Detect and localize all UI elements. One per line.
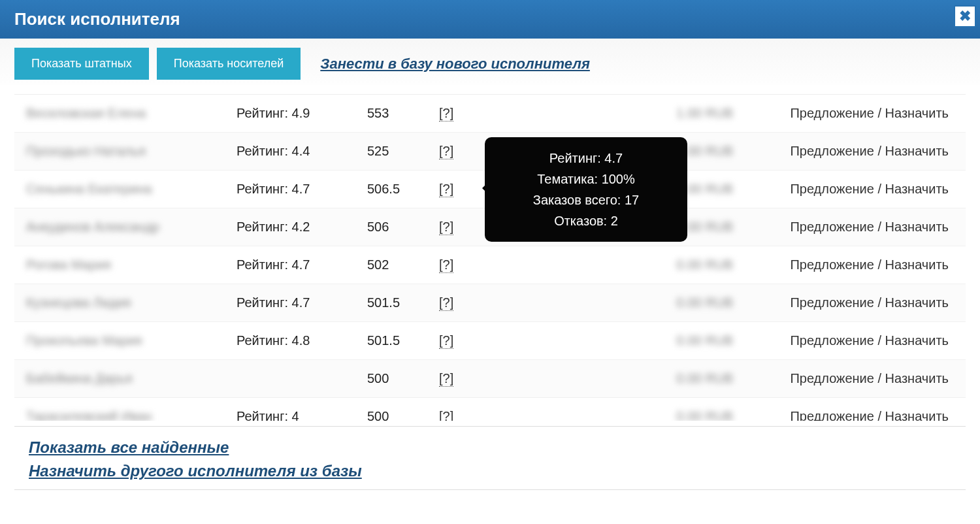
performer-rating: Рейтинг: 4.2 xyxy=(237,220,367,235)
action-separator: / xyxy=(874,295,885,310)
action-separator: / xyxy=(874,182,885,196)
tooltip-topic-value: 100% xyxy=(602,172,635,186)
show-staff-button[interactable]: Показать штатных xyxy=(14,48,149,80)
help-cell: [?] xyxy=(439,371,629,386)
tooltip-line-topic: Тематика: 100% xyxy=(502,169,670,189)
performer-price: 1.00 RUB xyxy=(629,106,753,121)
actions-cell: Предложение / Назначить xyxy=(753,295,966,310)
tooltip-line-refusals: Отказов: 2 xyxy=(502,210,670,231)
tooltip-line-orders: Заказов всего: 17 xyxy=(502,189,670,210)
close-button[interactable]: ✖ xyxy=(954,5,976,27)
tooltip-refusals-value: 2 xyxy=(611,214,618,228)
performer-score: 501.5 xyxy=(367,333,439,348)
performer-score: 501.5 xyxy=(367,295,439,310)
help-cell: [?] xyxy=(439,333,629,348)
offer-link[interactable]: Предложение xyxy=(790,333,874,348)
performer-name[interactable]: Прокопьева Мария xyxy=(14,333,237,348)
help-icon[interactable]: [?] xyxy=(439,333,453,349)
actions-cell: Предложение / Назначить xyxy=(753,144,966,159)
assign-link[interactable]: Назначить xyxy=(885,144,949,158)
help-icon[interactable]: [?] xyxy=(439,182,453,197)
assign-link[interactable]: Назначить xyxy=(885,182,949,196)
performer-price: 0.00 RUB xyxy=(629,371,753,386)
table-row: Прокопьева МарияРейтинг: 4.8501.5[?]0.00… xyxy=(14,322,966,360)
tooltip-rating-label: Рейтинг: xyxy=(549,151,605,165)
action-separator: / xyxy=(874,106,885,120)
performer-rating: Рейтинг: 4.8 xyxy=(237,333,367,348)
show-native-button[interactable]: Показать носителей xyxy=(157,48,301,80)
action-separator: / xyxy=(874,257,885,272)
toolbar: Показать штатных Показать носителей Зане… xyxy=(0,39,980,85)
performer-name[interactable]: Кузнецова Лидия xyxy=(14,295,237,310)
performer-score: 553 xyxy=(367,106,439,121)
offer-link[interactable]: Предложение xyxy=(790,371,874,385)
help-icon[interactable]: [?] xyxy=(439,144,453,159)
actions-cell: Предложение / Назначить xyxy=(753,409,966,421)
modal-header: Поиск исполнителя ✖ xyxy=(0,0,980,39)
tooltip-orders-label: Заказов всего: xyxy=(533,193,625,207)
close-icon: ✖ xyxy=(959,8,971,25)
performer-name[interactable]: Сенькина Екатерина xyxy=(14,182,237,197)
help-icon[interactable]: [?] xyxy=(439,409,453,421)
help-cell: [?] xyxy=(439,257,629,272)
table-row: Рогова МарияРейтинг: 4.7502[?]0.00 RUBПр… xyxy=(14,246,966,284)
performer-name[interactable]: Веселовская Елена xyxy=(14,106,237,121)
show-all-found-link[interactable]: Показать все найденные xyxy=(29,436,951,459)
assign-link[interactable]: Назначить xyxy=(885,295,949,310)
performer-score: 500 xyxy=(367,409,439,421)
performer-score: 506 xyxy=(367,220,439,235)
footer-links: Показать все найденные Назначить другого… xyxy=(14,426,966,483)
actions-cell: Предложение / Назначить xyxy=(753,220,966,235)
table-row: Веселовская ЕленаРейтинг: 4.9553[?]1.00 … xyxy=(14,95,966,133)
offer-link[interactable]: Предложение xyxy=(790,144,874,158)
performer-price: 0.00 RUB xyxy=(629,257,753,272)
assign-link[interactable]: Назначить xyxy=(885,333,949,348)
tooltip-topic-label: Тематика: xyxy=(537,172,601,186)
assign-link[interactable]: Назначить xyxy=(885,257,949,272)
add-new-performer-link[interactable]: Занести в базу нового исполнителя xyxy=(320,56,590,73)
assign-link[interactable]: Назначить xyxy=(885,106,949,120)
footer-divider xyxy=(14,489,966,490)
offer-link[interactable]: Предложение xyxy=(790,409,874,421)
performer-score: 506.5 xyxy=(367,182,439,197)
offer-link[interactable]: Предложение xyxy=(790,106,874,120)
performer-name[interactable]: Анкудинов Александр xyxy=(14,220,237,235)
help-icon[interactable]: [?] xyxy=(439,295,453,311)
offer-link[interactable]: Предложение xyxy=(790,257,874,272)
help-icon[interactable]: [?] xyxy=(439,371,453,387)
performer-score: 500 xyxy=(367,371,439,386)
performer-name[interactable]: Тарасилевский Иван xyxy=(14,409,237,421)
table-row: Кузнецова ЛидияРейтинг: 4.7501.5[?]0.00 … xyxy=(14,284,966,322)
performer-table: Веселовская ЕленаРейтинг: 4.9553[?]1.00 … xyxy=(14,94,966,421)
action-separator: / xyxy=(874,371,885,385)
action-separator: / xyxy=(874,409,885,421)
tooltip-orders-value: 17 xyxy=(625,193,639,207)
performer-name[interactable]: Проходько Наталья xyxy=(14,144,237,159)
actions-cell: Предложение / Назначить xyxy=(753,182,966,197)
performer-rating: Рейтинг: 4.4 xyxy=(237,144,367,159)
offer-link[interactable]: Предложение xyxy=(790,182,874,196)
offer-link[interactable]: Предложение xyxy=(790,295,874,310)
performer-price: 0.00 RUB xyxy=(629,295,753,310)
help-cell: [?] xyxy=(439,295,629,310)
performer-rating: Рейтинг: 4 xyxy=(237,409,367,421)
performer-rating: Рейтинг: 4.7 xyxy=(237,182,367,197)
tooltip-refusals-label: Отказов: xyxy=(554,214,611,228)
actions-cell: Предложение / Назначить xyxy=(753,333,966,348)
table-row: Тарасилевский ИванРейтинг: 4500[?]0.00 R… xyxy=(14,398,966,421)
performer-name[interactable]: Рогова Мария xyxy=(14,257,237,272)
assign-other-performer-link[interactable]: Назначить другого исполнителя из базы xyxy=(29,459,951,483)
assign-link[interactable]: Назначить xyxy=(885,409,949,421)
performer-rating: Рейтинг: 4.7 xyxy=(237,257,367,272)
help-icon[interactable]: [?] xyxy=(439,257,453,273)
performer-score: 525 xyxy=(367,144,439,159)
assign-link[interactable]: Назначить xyxy=(885,220,949,234)
help-icon[interactable]: [?] xyxy=(439,220,453,235)
offer-link[interactable]: Предложение xyxy=(790,220,874,234)
assign-link[interactable]: Назначить xyxy=(885,371,949,385)
performer-name[interactable]: Бабейкина Дарья xyxy=(14,371,237,386)
actions-cell: Предложение / Назначить xyxy=(753,257,966,272)
performer-rating: Рейтинг: 4.7 xyxy=(237,295,367,310)
help-icon[interactable]: [?] xyxy=(439,106,453,122)
actions-cell: Предложение / Назначить xyxy=(753,106,966,121)
